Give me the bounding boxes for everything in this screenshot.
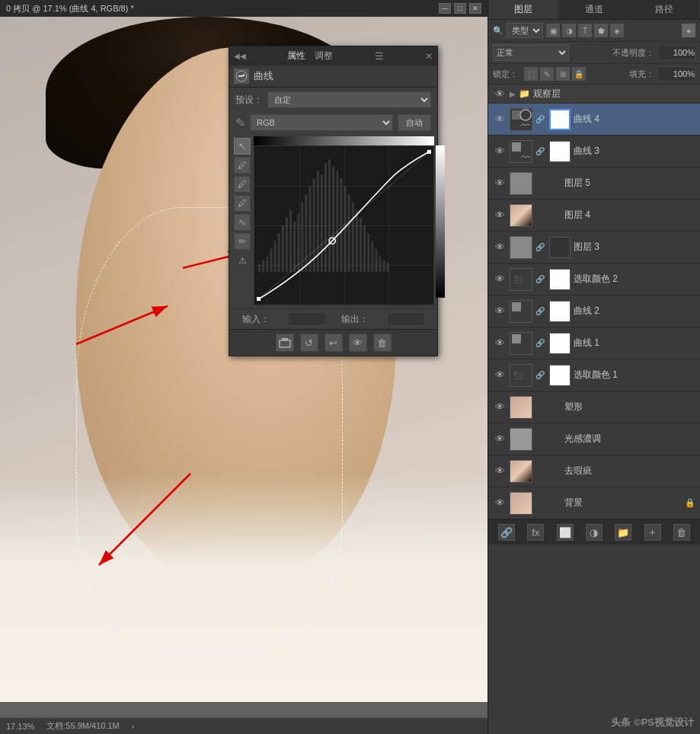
layer-row-curves3[interactable]: 👁 🔗 曲线 3 <box>488 136 700 168</box>
eye-icon-background[interactable]: 👁 <box>493 496 507 510</box>
layer-thumb-curves3 <box>510 140 532 163</box>
layer-style-btn[interactable]: fx <box>527 524 544 541</box>
pencil-tool[interactable]: ✏ <box>234 233 251 250</box>
type-select[interactable]: 类型 <box>507 23 543 38</box>
layer-row-quxiaci[interactable]: 👁 去瑕疵 <box>488 455 700 487</box>
fill-input[interactable] <box>657 66 695 81</box>
eyedropper-icon[interactable]: ✎ <box>235 116 245 130</box>
eye-icon-curves3[interactable]: 👁 <box>493 145 507 158</box>
search-row: 🔍 类型 ▣ ◑ T ⬟ ◈ ● <box>488 20 700 42</box>
tab-channels[interactable]: 通道 <box>559 0 630 19</box>
eye-icon-quxiaci[interactable]: 👁 <box>493 464 507 478</box>
preset-select[interactable]: 自定 <box>267 91 431 108</box>
collapse-icon[interactable]: ◀◀ <box>234 52 246 60</box>
channel-select[interactable]: RGB <box>250 114 393 131</box>
layer-name-quxiaci: 去瑕疵 <box>564 464 695 477</box>
layer-row-background[interactable]: 👁 背景 🔒 <box>488 487 700 519</box>
layer-link-curves1[interactable]: 🔗 <box>535 332 545 355</box>
lock-all-icon[interactable]: 🔒 <box>572 67 586 81</box>
reset-button[interactable]: ↩ <box>324 333 343 352</box>
layer-group-guancha[interactable]: 👁 ▶ 📁 观察层 <box>488 85 700 104</box>
clip-button[interactable] <box>276 333 294 352</box>
curves-adjustment-icon <box>234 69 249 84</box>
minimize-button[interactable]: — <box>439 3 451 14</box>
layer-link-layer3[interactable]: 🔗 <box>535 236 545 259</box>
maximize-button[interactable]: □ <box>454 3 466 14</box>
layer-row-curves4[interactable]: 👁 🔗 曲线 4 <box>488 104 700 136</box>
layer-name-layer5: 图层 5 <box>564 177 695 190</box>
eye-icon-suxing[interactable]: 👁 <box>493 401 507 414</box>
layer-mask-selectcolor1 <box>549 365 571 386</box>
lock-artboard-icon[interactable]: ⊞ <box>556 67 570 81</box>
view-previous-button[interactable]: ↺ <box>300 333 318 352</box>
eye-icon-guangan[interactable]: 👁 <box>493 432 507 446</box>
layer-link-curves3[interactable]: 🔗 <box>535 140 545 163</box>
svg-rect-23 <box>324 163 327 272</box>
svg-rect-19 <box>309 187 312 272</box>
layer-row-layer3[interactable]: 👁 🔗 图层 3 <box>488 231 700 263</box>
eye-icon-layer5[interactable]: 👁 <box>493 177 507 190</box>
layer-new-btn[interactable]: ＋ <box>644 524 661 541</box>
eye-icon-selectcolor1[interactable]: 👁 <box>493 369 507 382</box>
close-button[interactable]: ✕ <box>469 3 481 14</box>
layer-delete-btn[interactable]: 🗑 <box>673 524 690 541</box>
panel-close-icon[interactable]: ✕ <box>425 51 433 62</box>
tab-layers[interactable]: 图层 <box>488 0 559 19</box>
curve-pointer-tool[interactable]: ↖ <box>234 138 251 155</box>
layer-row-curves1[interactable]: 👁 🔗 曲线 1 <box>488 327 700 359</box>
layer-row-guangan[interactable]: 👁 光感濃调 <box>488 423 700 455</box>
layer-row-selectcolor1[interactable]: 👁 ⬛ 🔗 选取颜色 1 <box>488 359 700 391</box>
pixel-filter-icon[interactable]: ▣ <box>546 24 560 37</box>
layer-row-curves2[interactable]: 👁 🔗 曲线 2 <box>488 295 700 327</box>
filter-toggle[interactable]: ● <box>682 24 695 37</box>
layer-name-background: 背景 <box>564 496 682 509</box>
curve-graph[interactable] <box>254 145 434 305</box>
text-filter-icon[interactable]: T <box>578 24 592 37</box>
lock-pixel-icon[interactable]: ⬚ <box>524 67 538 81</box>
layer-link-curves2[interactable]: 🔗 <box>535 300 545 323</box>
layer-thumb-curves1 <box>510 332 532 355</box>
tab-paths[interactable]: 路径 <box>629 0 700 19</box>
layer-link-curves4[interactable]: 🔗 <box>535 108 545 131</box>
shape-filter-icon[interactable]: ⬟ <box>594 24 608 37</box>
eyedropper-white-tool[interactable]: 🖊 <box>234 195 251 212</box>
input-value[interactable] <box>288 312 326 326</box>
panel-menu-icon[interactable]: ☰ <box>375 50 384 62</box>
layer-link-btn[interactable]: 🔗 <box>498 524 515 541</box>
eye-icon-curves4[interactable]: 👁 <box>493 113 507 126</box>
layer-row-suxing[interactable]: 👁 塑形 <box>488 391 700 423</box>
blend-mode-select[interactable]: 正常 <box>493 44 569 61</box>
adjustments-tab[interactable]: 调整 <box>315 49 333 62</box>
delete-button[interactable]: 🗑 <box>373 333 392 352</box>
eye-icon-selectcolor2[interactable]: 👁 <box>493 273 507 286</box>
layer-mask-btn[interactable]: ⬜ <box>557 524 574 541</box>
layer-link-selectcolor2[interactable]: 🔗 <box>535 268 545 291</box>
toggle-visibility-button[interactable]: 👁 <box>349 333 367 352</box>
layer-adjustment-btn[interactable]: ◑ <box>586 524 603 541</box>
eye-icon-curves1[interactable]: 👁 <box>493 337 507 350</box>
eyedropper-black-tool[interactable]: 🖊 <box>234 157 251 174</box>
curve-smooth-tool[interactable]: ∿ <box>234 214 251 231</box>
layer-row-selectcolor2[interactable]: 👁 ⬛ 🔗 选取颜色 2 <box>488 263 700 295</box>
properties-tab[interactable]: 属性 <box>287 49 305 62</box>
auto-button[interactable]: 自动 <box>398 114 431 131</box>
svg-rect-35 <box>371 241 373 272</box>
eye-icon-group[interactable]: 👁 <box>493 87 507 101</box>
output-value[interactable] <box>387 312 425 326</box>
layer-thumb-background <box>510 492 532 515</box>
group-expand-icon[interactable]: ▶ <box>510 90 516 98</box>
layer-row-layer5[interactable]: 👁 图层 5 <box>488 168 700 199</box>
svg-text:⬛: ⬛ <box>513 275 523 285</box>
opacity-input[interactable] <box>657 45 695 60</box>
lock-position-icon[interactable]: ✎ <box>540 67 554 81</box>
layer-group-btn[interactable]: 📁 <box>615 524 631 541</box>
layer-link-selectcolor1[interactable]: 🔗 <box>535 364 545 387</box>
eyedropper-gray-tool[interactable]: 🖊 <box>234 176 251 193</box>
smartobj-filter-icon[interactable]: ◈ <box>610 24 624 37</box>
svg-rect-9 <box>270 249 272 273</box>
eye-icon-layer3[interactable]: 👁 <box>493 241 507 254</box>
adjustment-filter-icon[interactable]: ◑ <box>562 24 576 37</box>
layer-row-layer4[interactable]: 👁 图层 4 <box>488 199 700 231</box>
eye-icon-curves2[interactable]: 👁 <box>493 305 507 318</box>
eye-icon-layer4[interactable]: 👁 <box>493 209 507 222</box>
